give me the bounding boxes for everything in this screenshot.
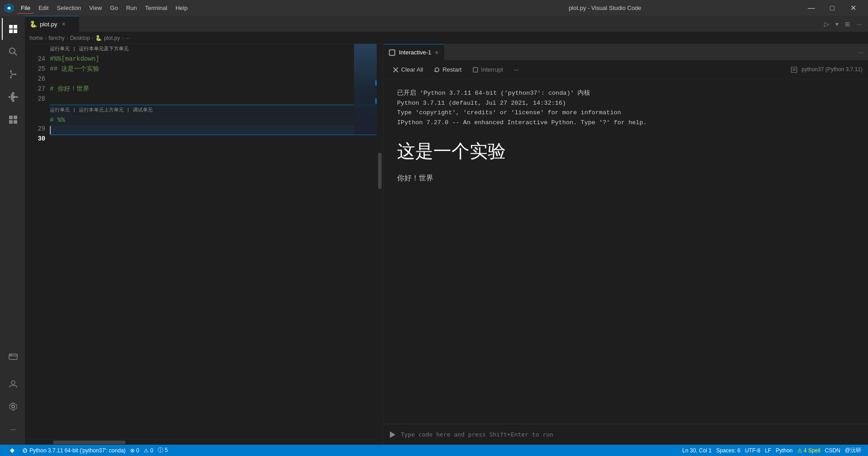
svg-point-24 — [11, 381, 15, 384]
svg-rect-28 — [473, 68, 478, 72]
svg-rect-25 — [389, 50, 395, 55]
close-button[interactable]: ✕ — [843, 0, 863, 16]
run-dropdown-button[interactable]: ▾ — [833, 19, 841, 29]
code-line-30[interactable] — [50, 125, 383, 135]
tab-label: plot.py — [40, 21, 57, 28]
encoding-status[interactable]: UTF-8 — [742, 447, 762, 454]
clear-all-label: Clear All — [401, 66, 423, 73]
menu-edit[interactable]: Edit — [35, 3, 52, 14]
status-left: Python 3.7.11 64-bit ('python37': conda)… — [5, 446, 170, 454]
activity-more-icon[interactable]: ··· — [2, 418, 24, 440]
svg-point-9 — [10, 70, 12, 72]
breadcrumb-fanchy[interactable]: fanchy — [48, 35, 64, 41]
run-code-icon[interactable] — [389, 431, 396, 438]
info-label: ⓘ 5 — [158, 446, 168, 454]
svg-rect-4 — [14, 25, 17, 29]
interactive-toolbar: Clear All Restart Interrupt — [383, 60, 868, 79]
scrollbar-thumb[interactable] — [378, 153, 382, 189]
hscroll-thumb[interactable] — [53, 441, 126, 444]
restart-button[interactable]: Restart — [430, 64, 465, 75]
tab-close-button[interactable]: × — [62, 20, 65, 28]
window-title: plot.py - Visual Studio Code — [409, 5, 801, 11]
menu-terminal[interactable]: Terminal — [141, 3, 171, 14]
breadcrumb-more[interactable]: ··· — [126, 35, 130, 41]
status-right: Ln 30, Col 1 Spaces: 6 UTF-8 LF Python ⚠… — [680, 446, 863, 454]
svg-line-8 — [14, 53, 17, 55]
spell-label: ⚠ 4 Spell — [797, 447, 820, 454]
editor-tab-plot-py[interactable]: 🐍 plot.py × — [25, 16, 79, 32]
activity-extensions-icon[interactable] — [2, 109, 24, 131]
activity-search-icon[interactable] — [2, 41, 24, 63]
activity-remote-icon[interactable] — [2, 346, 24, 368]
language-status[interactable]: Python — [773, 447, 795, 454]
breadcrumb-home[interactable]: home — [29, 35, 43, 41]
editor-more-button[interactable]: ··· — [854, 19, 864, 29]
interactive-tab-close[interactable]: × — [435, 49, 439, 56]
maximize-button[interactable]: □ — [822, 0, 843, 16]
activity-explorer-icon[interactable] — [2, 18, 24, 40]
code-line-28 — [50, 94, 383, 104]
output-heading: 这是一个实验 — [397, 136, 854, 165]
menu-run[interactable]: Run — [122, 3, 141, 14]
warnings-status[interactable]: ⚠ 0 — [141, 447, 155, 454]
interrupt-label: Interrupt — [481, 66, 503, 73]
editor-container: 🐍 plot.py × ▷ ▾ ⊞ ··· home › fanchy › De… — [25, 16, 868, 445]
kernel-icon — [790, 66, 798, 73]
user-status[interactable]: @沅研 — [843, 446, 863, 454]
activity-settings-icon[interactable] — [2, 396, 24, 417]
interactive-output: 已开启 'Python 3.7.11 64-bit ('python37': c… — [383, 79, 868, 424]
interrupt-button[interactable]: Interrupt — [469, 64, 506, 75]
info-status[interactable]: ⓘ 5 — [155, 446, 170, 454]
restart-icon — [434, 67, 440, 73]
minimize-button[interactable]: — — [801, 0, 822, 16]
svg-rect-5 — [9, 29, 13, 33]
svg-rect-13 — [9, 97, 10, 97]
errors-status[interactable]: ⊗ 0 — [128, 447, 141, 454]
activity-account-icon[interactable] — [2, 373, 24, 395]
spell-status[interactable]: ⚠ 4 Spell — [795, 447, 823, 454]
python-env-status[interactable]: Python 3.7.11 64-bit ('python37': conda) — [20, 447, 128, 454]
spaces-status[interactable]: Spaces: 6 — [714, 447, 742, 454]
code-editor[interactable]: 运行单元 | 运行本单元及下方单元 #%%[markdown] ## 这是一个实… — [50, 44, 383, 439]
startup-line-2: Python 3.7.11 (default, Jul 27 2021, 14:… — [397, 98, 854, 108]
kernel-label[interactable]: python37 (Python 3.7.11) — [801, 66, 863, 73]
breadcrumb-file[interactable]: plot.py — [104, 35, 120, 41]
cursor-position-status[interactable]: Ln 30, Col 1 — [680, 447, 714, 454]
clear-all-button[interactable]: Clear All — [389, 64, 427, 75]
menu-help[interactable]: Help — [172, 3, 191, 14]
activity-source-control-icon[interactable] — [2, 63, 24, 85]
breadcrumb-desktop[interactable]: Desktop — [70, 35, 90, 41]
csdn-status[interactable]: CSDN — [823, 447, 843, 454]
breadcrumb: home › fanchy › Desktop › 🐍 plot.py › ··… — [25, 32, 868, 44]
window-controls: — □ ✕ — [801, 0, 863, 16]
toolbar-more-button[interactable]: ··· — [510, 64, 523, 75]
split-editor-button[interactable]: ⊞ — [843, 19, 853, 29]
svg-rect-14 — [16, 97, 18, 97]
menu-file[interactable]: File — [17, 3, 34, 14]
errors-label: ⊗ 0 — [130, 447, 139, 454]
svg-rect-29 — [791, 67, 797, 73]
vertical-scrollbar[interactable] — [377, 44, 383, 445]
run-cell-btn[interactable]: 运行单元 | 运行本单元及下方单元 — [50, 44, 129, 54]
titlebar: File Edit Selection View Go Run Terminal… — [0, 0, 868, 16]
remote-status[interactable] — [5, 447, 20, 454]
encoding-label: UTF-8 — [745, 447, 760, 454]
kernel-info: python37 (Python 3.7.11) — [790, 66, 863, 73]
run-button[interactable]: ▷ — [822, 19, 831, 29]
menu-bar: File Edit Selection View Go Run Terminal… — [17, 3, 409, 14]
eol-label: LF — [765, 447, 771, 454]
menu-go[interactable]: Go — [107, 3, 121, 14]
svg-rect-6 — [14, 29, 17, 33]
cell-toolbar-1: 运行单元 | 运行本单元及下方单元 — [50, 44, 383, 54]
code-input-field[interactable] — [401, 431, 863, 438]
activity-debug-icon[interactable] — [2, 86, 24, 108]
menu-selection[interactable]: Selection — [53, 3, 84, 14]
interactive-tab-more[interactable]: ··· — [858, 44, 868, 60]
code-scroll: 23 24 25 26 27 28 _ _ 29 30 运行 — [25, 44, 383, 439]
interactive-tab[interactable]: Interactive-1 × — [383, 44, 444, 60]
eol-status[interactable]: LF — [762, 447, 773, 454]
code-line-24: #%%[markdown] — [50, 54, 383, 64]
menu-view[interactable]: View — [86, 3, 106, 14]
minimap — [354, 44, 377, 135]
horizontal-scrollbar[interactable] — [25, 439, 383, 445]
